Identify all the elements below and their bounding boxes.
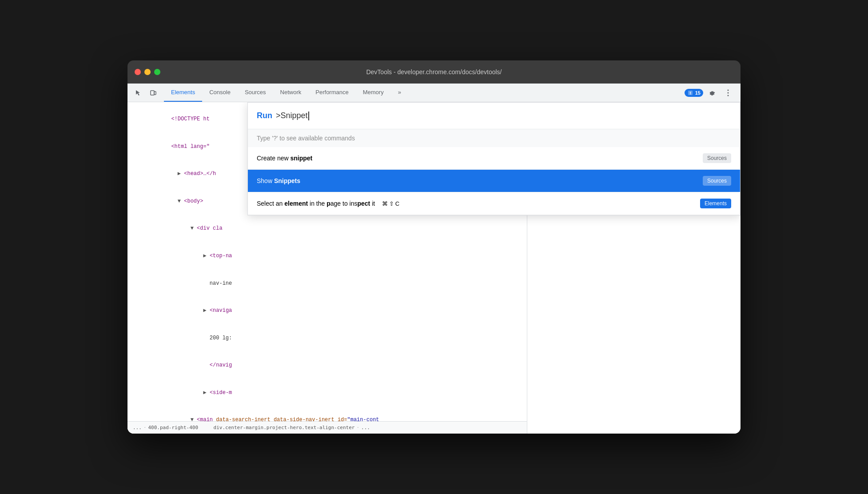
toolbar-left [129, 84, 164, 102]
tab-sources[interactable]: Sources [238, 84, 273, 102]
breadcrumb-bar: ... · 400.pad-right-400 div.center-margi… [127, 421, 527, 434]
svg-point-4 [728, 92, 729, 93]
result-label-create: Create new snippet [257, 155, 312, 162]
result-bold-pect: pect [358, 200, 370, 207]
issues-badge[interactable]: 15 [685, 89, 703, 97]
result-badge-sources-1: Sources [703, 153, 731, 163]
result-label-show: Show Snippets [257, 177, 300, 184]
traffic-lights [135, 69, 160, 75]
title-bar: DevTools - developer.chrome.com/docs/dev… [127, 60, 741, 84]
tab-network[interactable]: Network [273, 84, 309, 102]
devtools-window: DevTools - developer.chrome.com/docs/dev… [127, 60, 741, 434]
html-line: ▶ <top-na [127, 243, 527, 270]
window-title: DevTools - developer.chrome.com/docs/dev… [366, 68, 502, 76]
command-run-label: Run [257, 111, 272, 120]
svg-rect-1 [154, 92, 156, 95]
tab-performance[interactable]: Performance [308, 84, 355, 102]
cmd-key: ⌘ [382, 200, 388, 207]
html-line: nav-ine [127, 270, 527, 297]
text-cursor [308, 112, 309, 120]
devtools-toolbar: Elements Console Sources Network Perform… [127, 84, 741, 102]
html-line: ▼ <div cla [127, 215, 527, 243]
c-key: C [395, 200, 399, 207]
tab-elements[interactable]: Elements [164, 84, 202, 102]
command-input-text: >Snippet [276, 111, 309, 120]
breadcrumb-pad[interactable]: 400.pad-right-400 [148, 425, 199, 430]
result-badge-elements: Elements [700, 199, 731, 208]
devtools-tabs: Elements Console Sources Network Perform… [164, 84, 681, 102]
html-line: 200 lg: [127, 325, 527, 352]
breadcrumb-div[interactable]: div.center-margin.project-hero.text-alig… [214, 425, 355, 430]
select-element-icon[interactable] [131, 86, 145, 100]
result-bold-element: element [284, 200, 308, 207]
device-toolbar-icon[interactable] [146, 86, 160, 100]
command-input-row[interactable]: Run >Snippet [248, 103, 740, 129]
command-result-create-snippet[interactable]: Create new snippet Sources [248, 147, 740, 170]
command-hint: Type '?' to see available commands [248, 129, 740, 147]
html-line: ▶ <side-m [127, 379, 527, 407]
settings-button[interactable] [705, 86, 719, 100]
command-palette: Run >Snippet Type '?' to see available c… [247, 102, 741, 215]
minimize-button[interactable] [144, 69, 151, 75]
tab-console[interactable]: Console [202, 84, 238, 102]
keyboard-shortcut: ⌘ ⇧ C [382, 200, 399, 207]
maximize-button[interactable] [154, 69, 160, 75]
toolbar-right: 15 [681, 84, 739, 102]
result-badge-sources-2: Sources [703, 176, 731, 186]
command-results: Create new snippet Sources Show Snippets… [248, 147, 740, 215]
shift-key: ⇧ [389, 200, 394, 207]
result-bold-snippets: Snippets [274, 177, 300, 184]
tab-more[interactable]: » [391, 84, 408, 102]
badge-count: 15 [695, 90, 701, 96]
close-button[interactable] [135, 69, 141, 75]
html-line: ▶ <naviga [127, 297, 527, 325]
svg-point-5 [728, 95, 729, 96]
result-bold-page: p [326, 200, 330, 207]
tab-memory[interactable]: Memory [356, 84, 391, 102]
devtools-main: <!DOCTYPE ht <html lang=" ▶ <head>…</h ▼… [127, 102, 741, 434]
command-result-select-element[interactable]: Select an element in the page to inspect… [248, 192, 740, 215]
svg-point-3 [728, 89, 729, 91]
more-options-button[interactable] [721, 86, 735, 100]
svg-rect-0 [151, 91, 154, 95]
result-label-select: Select an element in the page to inspect… [257, 200, 399, 207]
breadcrumb-ellipsis: ... [133, 425, 142, 430]
command-result-show-snippets[interactable]: Show Snippets Sources [248, 170, 740, 192]
devtools-container: Elements Console Sources Network Perform… [127, 84, 741, 434]
breadcrumb-end: ... [361, 425, 370, 430]
result-bold-snippet: snippet [290, 155, 312, 162]
html-line: ▼ <main data-search-inert data-side-nav-… [127, 406, 527, 421]
html-line: </navig [127, 352, 527, 379]
